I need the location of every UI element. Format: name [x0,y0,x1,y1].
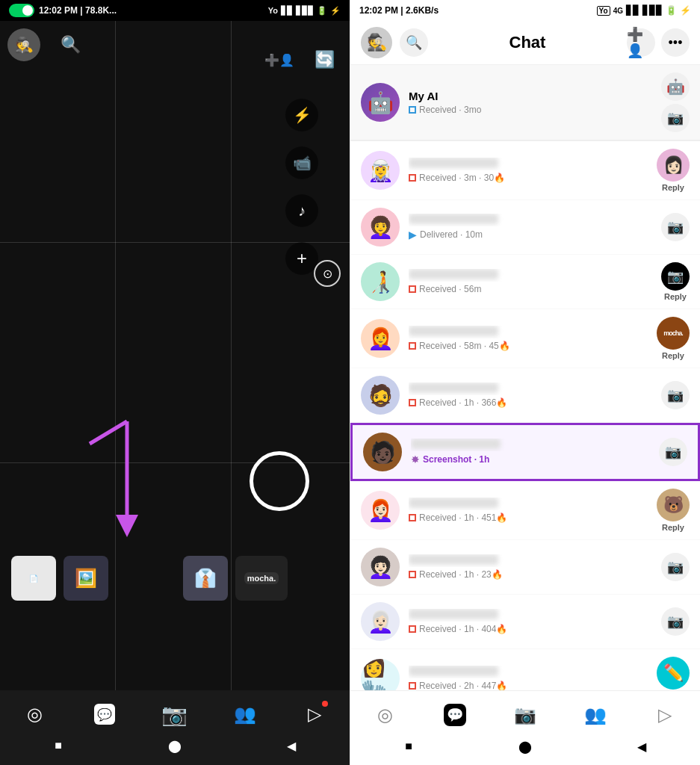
video-button[interactable]: 📹 [285,146,318,179]
signal-right: ▋▊ [626,5,639,16]
chat-action-9: 📷 [661,607,690,636]
wifi-left: ▋▊▊ [296,6,314,16]
chat-action-screenshot: 📷 [659,438,687,466]
chat-item-3[interactable]: 🧑‍🦯 Received · 56m 📷 Reply [350,255,700,309]
nav-stories-left[interactable]: ▷ [300,699,329,729]
more-options-button[interactable]: ••• [661,28,690,57]
chat-item-screenshot[interactable]: 🧑🏿 ✸ Screenshot · 1h 📷 [350,423,700,481]
status-text-5: Received · 1h · 366🔥 [419,397,507,408]
search-camera-button[interactable]: 🔍 [55,30,85,60]
nav-chat-left[interactable]: 💬 [90,699,120,729]
nav-friends-left[interactable]: 👥 [230,699,260,729]
nav-camera-left[interactable]: 📷 [160,699,190,729]
header-bitmoji[interactable]: 🕵️ [361,27,392,58]
camera-btn-2[interactable]: 📷 [661,213,690,241]
recv-icon-5 [409,399,416,406]
avatar-7: 👩🏻‍🦰 [361,491,400,530]
music-button[interactable]: ♪ [285,194,318,227]
chat-active-icon-right: 💬 [444,704,466,726]
blurred-name-7 [409,498,498,508]
chat-item-my-ai[interactable]: 🤖 My AI Received · 3mo 🤖 📷 [350,65,700,141]
chat-name-10 [409,666,651,678]
chat-name-8 [409,554,655,567]
recv-icon-9 [409,625,416,633]
android-circle-right[interactable]: ⬤ [514,739,536,754]
right-time: 12:02 PM | 2.6KB/s [359,5,439,16]
blurred-name-4 [409,326,498,336]
android-nav-right: ■ ⬤ ◀ [350,734,700,758]
android-square-right[interactable]: ■ [397,739,420,754]
rotate-camera-button[interactable]: 🔄 [308,43,341,76]
my-ai-camera-btn[interactable]: 📷 [661,104,690,132]
android-back[interactable]: ◀ [280,738,303,753]
left-status-left: 12:02 PM | 78.8K... [9,4,117,17]
focus-icon[interactable]: ⊙ [314,260,341,287]
chat-item-10[interactable]: 👩🧤 Received · 2h · 447🔥 ✏️ Reply [350,649,700,690]
flash-button[interactable]: ⚡ [285,99,318,131]
android-square[interactable]: ■ [47,738,69,753]
stories-notification-dot [322,701,328,707]
chat-name-3 [409,269,655,282]
nav-location-right[interactable]: ◎ [371,700,400,730]
status-text-1: Received · 3m · 30🔥 [419,173,505,183]
chat-item-2[interactable]: 👩‍🦱 ▶ Delivered · 10m 📷 [350,200,700,255]
chat-name-screenshot [411,439,653,451]
chat-info-screenshot: ✸ Screenshot · 1h [411,439,653,465]
battery-left: 🔋 [317,6,327,16]
nav-camera-right[interactable]: 📷 [510,700,540,730]
chat-item-9[interactable]: 👩🏻‍🦳 Received · 1h · 404🔥 📷 [350,595,700,649]
snap-thumb-mocha[interactable]: mocha. [235,556,288,601]
chat-item-1[interactable]: 🧝‍♀️ Received · 3m · 30🔥 👩🏻 Reply [350,141,700,200]
chat-info-1: Received · 3m · 30🔥 [409,158,651,183]
camera-btn-8[interactable]: 📷 [661,553,690,581]
status-text-9: Received · 1h · 404🔥 [419,624,507,634]
camera-viewfinder[interactable]: 🕵️ 🔍 ➕👤 🔄 ⚡ 📹 ♪ + ⊙ [0,21,350,690]
chat-title: Chat [428,33,627,52]
recv-icon-10 [409,682,416,690]
snap-thumb-doc[interactable]: 📄 [11,556,56,601]
chat-action-10: ✏️ Reply [657,657,690,690]
camera-btn-cyan-10[interactable]: ✏️ [657,657,690,690]
camera-btn-black-3[interactable]: 📷 [661,262,690,291]
user-bitmoji[interactable]: 🕵️ [7,28,40,61]
snap-thumb-person[interactable]: 👔 [183,556,228,601]
snap-thumb-photo[interactable]: 🖼️ [64,556,108,601]
right-panel: 12:02 PM | 2.6KB/s Yo 4G ▋▊ ▋▊▊ 🔋 ⚡ 🕵️ 🔍… [350,0,700,765]
nav-stories-right[interactable]: ▷ [650,700,680,730]
add-friend-button[interactable]: ➕👤 [627,28,655,57]
camera-btn-5[interactable]: 📷 [661,381,690,409]
chat-item-8[interactable]: 👩🏻‍🦱 Received · 1h · 23🔥 📷 [350,540,700,595]
android-back-right[interactable]: ◀ [631,739,653,754]
chat-name-2 [409,214,655,226]
add-friend-camera-button[interactable]: ➕👤 [263,43,296,76]
chat-status-screenshot: ✸ Screenshot · 1h [411,453,653,465]
avatar-4: 👩‍🦰 [361,319,400,358]
nav-icons-left: ◎ 💬 📷 👥 ▷ [0,690,350,734]
nav-icons-right: ◎ 💬 📷 👥 ▷ [350,691,700,734]
toggle-pill[interactable] [9,4,34,17]
blurred-name-5 [409,382,498,393]
chat-action-1: 👩🏻 Reply [657,149,690,192]
nav-chat-right[interactable]: 💬 [440,700,470,730]
recent-snaps: 📄 🖼️ 👔 mocha. [0,548,350,608]
recv-icon-7 [409,514,416,521]
recv-icon-4 [409,342,416,350]
chat-item-4[interactable]: 👩‍🦰 Received · 58m · 45🔥 mocha. Reply [350,309,700,368]
search-button[interactable]: 🔍 [400,28,428,57]
chat-item-5[interactable]: 🧔 Received · 1h · 366🔥 📷 [350,368,700,423]
camera-btn-screenshot[interactable]: 📷 [659,438,687,466]
chat-info-3: Received · 56m [409,269,655,294]
chat-info-2: ▶ Delivered · 10m [409,214,655,241]
my-ai-status: Received · 3mo [409,105,655,115]
right-status-icons: Yo 4G ▋▊ ▋▊▊ 🔋 ⚡ [597,5,691,16]
chat-item-7[interactable]: 👩🏻‍🦰 Received · 1h · 451🔥 🐻 Reply [350,481,700,540]
android-circle[interactable]: ⬤ [164,738,186,753]
nav-location-left[interactable]: ◎ [20,699,50,729]
my-ai-status-text: Received · 3mo [419,105,481,115]
status-text-10: Received · 2h · 447🔥 [419,681,507,690]
camera-btn-9[interactable]: 📷 [661,607,690,636]
blurred-name-2 [409,214,498,224]
reply-label-7: Reply [662,523,684,532]
shutter-button[interactable] [250,451,309,511]
nav-friends-right[interactable]: 👥 [580,700,610,730]
